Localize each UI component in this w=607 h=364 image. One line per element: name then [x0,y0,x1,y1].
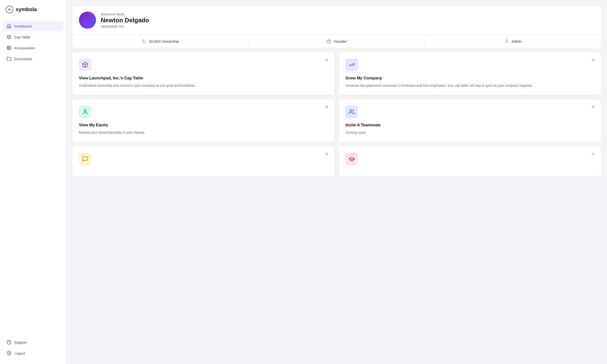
access-stat: Admin [425,35,601,48]
role-value: Founder [334,39,347,43]
cap-table-card-icon [82,62,88,68]
card-6-icon [349,156,355,162]
view-equity-card-desc: Review your ownership stake in your star… [79,130,328,135]
sidebar-item-support[interactable]: Support [3,337,63,347]
sidebar-item-logout[interactable]: Logout [3,348,63,358]
ownership-value: 33.33% Ownership [149,39,179,43]
main-nav: Dashboard Cap Table Incorporation [0,21,66,337]
app-name: symbola [16,6,37,13]
grow-company-card-desc: Generate the paperwork necessary to fund… [345,83,594,88]
cap-table-icon [7,35,11,39]
action-card-5[interactable] [72,146,335,177]
logo: symbola [0,6,66,21]
sidebar: symbola Dashboard Cap Table [0,0,66,364]
sidebar-item-documents-label: Documents [14,57,32,61]
greeting-text: Welcome back, [101,12,149,16]
svg-line-14 [592,59,594,61]
arrow-icon-6 [591,152,595,157]
card-5-icon [82,156,88,162]
invite-teammate-card-desc: Coming soon! [345,130,594,135]
arrow-icon-view-equity [324,105,329,110]
svg-rect-2 [7,46,11,50]
access-value: Admin [512,39,522,43]
welcome-text: Welcome back, Newton Delgado Launchpad, … [101,12,149,28]
action-card-invite-teammate[interactable]: Invite A Teammate Coming soon! [339,99,601,142]
sidebar-item-cap-table-label: Cap Table [14,35,30,39]
sidebar-item-documents[interactable]: Documents [3,53,63,64]
svg-point-16 [84,110,86,112]
invite-teammate-card-title: Invite A Teammate [345,123,594,128]
view-equity-card-title: View My Equity [79,123,328,128]
arrow-icon-invite-teammate [591,105,595,110]
svg-line-20 [592,153,594,155]
ownership-icon [142,39,146,44]
cap-table-card-icon-wrap [79,59,91,71]
sidebar-item-dashboard[interactable]: Dashboard [3,21,63,31]
user-name: Newton Delgado [101,17,149,24]
cap-table-card-title: View Launchpad, Inc.'s Cap Table [79,76,328,80]
home-icon [7,24,11,28]
sidebar-item-support-label: Support [14,340,27,344]
arrow-icon-5 [324,152,329,157]
company-name: Launchpad, Inc. [101,25,149,28]
svg-point-11 [506,39,508,41]
sidebar-item-cap-table[interactable]: Cap Table [3,32,63,42]
svg-line-15 [326,106,328,108]
arrow-icon-grow-company [591,58,595,64]
sidebar-item-logout-label: Logout [14,351,25,355]
sidebar-item-dashboard-label: Dashboard [14,24,32,28]
documents-icon [7,56,11,61]
role-icon [327,39,331,44]
sidebar-item-incorporation[interactable]: Incorporation [3,43,63,53]
svg-line-17 [592,106,594,108]
sidebar-item-incorporation-label: Incorporation [14,46,35,50]
incorporation-icon [7,46,11,50]
main-content: Welcome back, Newton Delgado Launchpad, … [66,0,607,364]
admin-icon [504,39,509,44]
card-5-icon-wrap [79,153,91,165]
view-equity-card-icon [82,109,88,115]
svg-rect-10 [327,40,331,43]
view-equity-card-icon-wrap [79,106,91,118]
welcome-header: Welcome back, Newton Delgado Launchpad, … [72,6,601,34]
cap-table-card-desc: Understand ownership and control in your… [79,83,328,88]
action-card-view-equity[interactable]: View My Equity Review your ownership sta… [72,99,335,142]
action-card-cap-table[interactable]: View Launchpad, Inc.'s Cap Table Underst… [72,52,335,95]
grow-company-card-icon-wrap [345,59,358,71]
grow-company-card-title: Grow My Company [345,76,594,80]
arrow-icon-cap-table [324,58,329,64]
stats-row: 33.33% Ownership Founder Admin [72,34,601,48]
svg-line-12 [326,59,328,61]
support-icon [7,340,11,345]
logout-icon [7,351,11,355]
symbola-logo-icon [6,6,13,13]
action-card-6[interactable] [339,146,601,177]
svg-line-19 [326,153,328,155]
avatar [79,12,96,29]
invite-teammate-card-icon-wrap [345,106,358,118]
sidebar-bottom: Support Logout [0,337,66,358]
card-6-icon-wrap [345,153,358,165]
grow-company-card-icon [349,62,355,68]
ownership-stat: 33.33% Ownership [72,35,249,48]
action-card-grow-company[interactable]: Grow My Company Generate the paperwork n… [339,52,601,95]
invite-teammate-card-icon [349,109,355,115]
svg-point-18 [350,110,352,112]
welcome-card: Welcome back, Newton Delgado Launchpad, … [72,6,601,48]
role-stat: Founder [249,35,425,48]
action-cards-grid: View Launchpad, Inc.'s Cap Table Underst… [72,52,601,177]
